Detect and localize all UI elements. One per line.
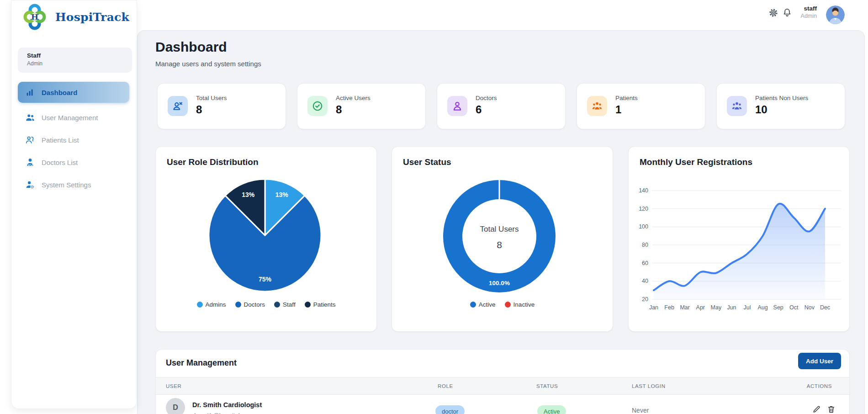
legend-dot bbox=[235, 302, 241, 308]
y-tick-label: 120 bbox=[639, 206, 648, 212]
pie-slice-label: 13% bbox=[275, 191, 289, 198]
sidebar-item-label: Doctors List bbox=[42, 159, 78, 166]
sidebar-item-label: User Management bbox=[42, 114, 98, 122]
column-header-last-login: LAST LOGIN bbox=[632, 383, 666, 389]
pie-slice-label: 13% bbox=[242, 191, 255, 198]
sidebar-item-doctors-list[interactable]: Doctors List bbox=[18, 152, 129, 173]
user-avatar[interactable] bbox=[826, 5, 845, 24]
user-gear-icon bbox=[25, 180, 35, 190]
delete-trash-icon[interactable] bbox=[827, 405, 836, 414]
x-tick-label: Jul bbox=[744, 304, 751, 311]
column-header-actions: ACTIONS bbox=[807, 383, 832, 389]
pie-slice-label: 75% bbox=[259, 276, 272, 283]
bar-chart-icon bbox=[25, 87, 35, 97]
legend-label: Patients bbox=[313, 301, 336, 308]
people-group-icon bbox=[587, 96, 607, 116]
profile-name: Staff bbox=[27, 52, 123, 59]
y-tick-label: 80 bbox=[642, 242, 648, 248]
legend-item-doctors[interactable]: Doctors bbox=[235, 301, 265, 308]
sidebar: H HospiTrack Staff Admin Dashboard bbox=[11, 0, 137, 409]
pie-legend: Admins Doctors Staff Patients bbox=[156, 301, 376, 308]
legend-item-inactive[interactable]: Inactive bbox=[505, 301, 535, 308]
doctor-icon bbox=[25, 157, 35, 167]
avatar-photo bbox=[826, 5, 845, 24]
legend-label: Inactive bbox=[513, 301, 535, 308]
users-x-icon bbox=[168, 96, 188, 116]
sidebar-item-label: Patients List bbox=[42, 136, 79, 144]
brand-name: HospiTrack bbox=[55, 11, 129, 24]
sidebar-item-patients-list[interactable]: Patients List bbox=[18, 129, 129, 150]
donut-legend: Active Inactive bbox=[392, 301, 613, 308]
legend-dot bbox=[274, 302, 280, 308]
x-tick-label: Oct bbox=[789, 304, 799, 311]
stat-label: Patients bbox=[615, 95, 638, 101]
notifications-bell-icon[interactable] bbox=[782, 8, 792, 18]
chart-card-user-role-distribution: User Role Distribution 13%75%13% Admins … bbox=[155, 146, 377, 332]
person-outline-icon bbox=[447, 96, 467, 116]
profile-role: Admin bbox=[27, 60, 123, 67]
svg-text:H: H bbox=[31, 12, 38, 21]
x-tick-label: Jan bbox=[649, 304, 658, 311]
header-user-role: Admin bbox=[801, 13, 817, 19]
y-tick-label: 40 bbox=[642, 278, 648, 284]
page-title: Dashboard bbox=[155, 39, 227, 55]
stat-card-patients: Patients 1 bbox=[577, 83, 705, 129]
monthly-registrations-line-chart: 20406080100120140JanFebMarAprMayJunJulAu… bbox=[629, 147, 850, 332]
donut-center-value: 8 bbox=[497, 239, 502, 250]
header-user-info[interactable]: staff Admin bbox=[801, 5, 817, 19]
x-tick-label: May bbox=[711, 304, 722, 311]
stat-label: Active Users bbox=[336, 95, 370, 101]
column-header-status: STATUS bbox=[536, 383, 558, 389]
stat-card-active-users: Active Users 8 bbox=[297, 83, 426, 129]
legend-label: Doctors bbox=[244, 301, 265, 308]
sidebar-profile-chip: Staff Admin bbox=[18, 48, 132, 73]
y-tick-label: 140 bbox=[639, 187, 648, 194]
x-tick-label: Aug bbox=[757, 304, 767, 311]
stat-value: 6 bbox=[476, 103, 482, 116]
chart-card-monthly-registrations: Monthly User Registrations 2040608010012… bbox=[628, 146, 850, 332]
legend-label: Active bbox=[479, 301, 496, 308]
sidebar-item-label: Dashboard bbox=[42, 89, 77, 96]
add-user-button[interactable]: Add User bbox=[798, 353, 841, 369]
sidebar-item-system-settings[interactable]: System Settings bbox=[18, 174, 129, 195]
status-badge: Active bbox=[537, 405, 566, 414]
check-circle-icon bbox=[307, 96, 328, 116]
legend-label: Admins bbox=[206, 301, 226, 308]
section-title: User Management bbox=[166, 358, 237, 368]
x-tick-label: Feb bbox=[664, 304, 674, 311]
x-tick-label: Jun bbox=[727, 304, 736, 311]
settings-gear-icon[interactable] bbox=[768, 8, 778, 18]
donut-ring-active[interactable] bbox=[453, 190, 546, 283]
legend-label: Staff bbox=[283, 301, 296, 308]
y-tick-label: 100 bbox=[639, 223, 648, 230]
legend-item-active[interactable]: Active bbox=[470, 301, 496, 308]
donut-center-title: Total Users bbox=[480, 225, 519, 234]
page-subtitle: Manage users and system settings bbox=[155, 60, 261, 68]
x-tick-label: Sep bbox=[773, 304, 783, 311]
app-window: staff Admin H HospiT bbox=[0, 0, 868, 414]
stat-label: Patients Non Users bbox=[755, 95, 808, 101]
edit-pencil-icon[interactable] bbox=[812, 405, 821, 414]
stat-value: 8 bbox=[196, 103, 202, 116]
patients-outline-icon bbox=[25, 135, 35, 145]
hospitrack-logo-icon: H bbox=[21, 4, 48, 30]
brand-logo-row[interactable]: H HospiTrack bbox=[21, 3, 129, 31]
role-badge: doctor bbox=[435, 405, 465, 414]
stat-value: 10 bbox=[755, 103, 767, 116]
user-management-section: User Management Add User USER ROLE STATU… bbox=[155, 349, 850, 414]
x-tick-label: Mar bbox=[680, 304, 690, 311]
row-last-login: Never bbox=[632, 407, 649, 414]
stat-card-doctors: Doctors 6 bbox=[437, 83, 566, 129]
legend-dot bbox=[470, 302, 476, 308]
legend-dot bbox=[305, 302, 311, 308]
sidebar-item-dashboard[interactable]: Dashboard bbox=[18, 82, 129, 103]
stat-value: 8 bbox=[336, 103, 342, 116]
stat-label: Doctors bbox=[476, 95, 497, 101]
stat-card-patients-non-users: Patients Non Users 10 bbox=[716, 83, 845, 129]
sidebar-item-user-management[interactable]: User Management bbox=[18, 107, 129, 128]
legend-item-patients[interactable]: Patients bbox=[305, 301, 336, 308]
row-user-name: Dr. Smith Cardiologist bbox=[192, 401, 262, 409]
legend-item-admins[interactable]: Admins bbox=[197, 301, 226, 308]
legend-item-staff[interactable]: Staff bbox=[274, 301, 296, 308]
row-avatar: D bbox=[166, 398, 185, 414]
